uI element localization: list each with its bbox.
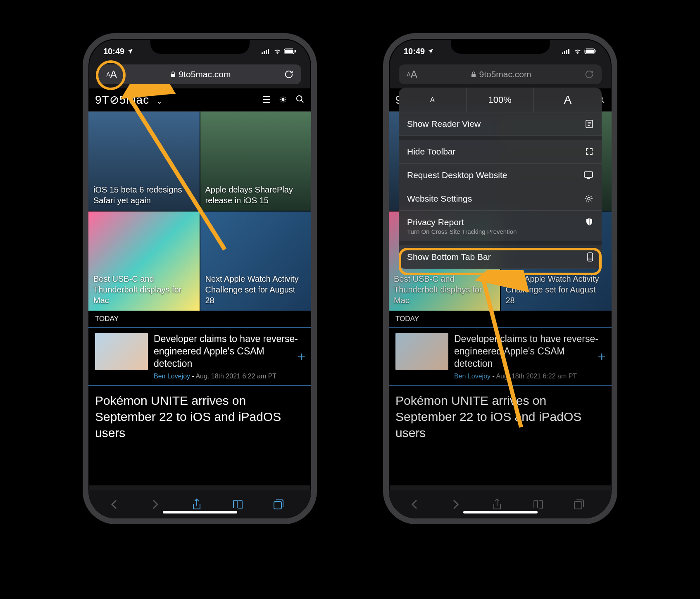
svg-rect-1 — [264, 51, 265, 54]
lock-icon — [471, 71, 476, 78]
bookmarks-button[interactable] — [533, 499, 549, 510]
menu-item-reader-view[interactable]: Show Reader View — [399, 112, 602, 136]
back-button[interactable] — [411, 499, 427, 510]
svg-rect-15 — [568, 49, 569, 54]
svg-rect-5 — [295, 50, 296, 52]
signal-bars-icon — [262, 48, 271, 54]
location-arrow-icon — [427, 48, 434, 55]
svg-point-27 — [588, 197, 590, 200]
svg-rect-12 — [562, 52, 563, 54]
home-indicator[interactable] — [463, 511, 538, 513]
status-time: 10:49 — [404, 47, 425, 56]
iphone-notch — [451, 39, 550, 54]
hamburger-icon[interactable]: ☰ — [262, 95, 271, 105]
lock-icon — [170, 71, 176, 78]
home-indicator[interactable] — [163, 511, 237, 513]
share-button[interactable] — [492, 498, 508, 511]
svg-rect-25 — [584, 172, 593, 177]
text-size-aa-button[interactable]: AA — [399, 69, 425, 80]
svg-rect-3 — [268, 49, 269, 54]
add-button[interactable]: + — [297, 348, 305, 364]
sun-icon[interactable]: ☀ — [279, 95, 287, 105]
svg-line-10 — [128, 95, 225, 250]
svg-rect-7 — [171, 74, 175, 77]
article-byline: Ben Lovejoy - Aug. 18th 2021 6:22 am PT — [154, 373, 305, 380]
annotation-highlight-rect — [399, 248, 602, 275]
back-button[interactable] — [110, 499, 127, 510]
shield-icon — [585, 217, 593, 226]
magnify-icon[interactable] — [295, 95, 305, 105]
safari-toolbar — [88, 490, 311, 518]
text-size-popover-menu: A 100% A Show Reader View Hide Toolbar R… — [399, 88, 602, 269]
safari-address-bar: AA 9to5mac.com — [399, 64, 602, 84]
article-card[interactable]: Developer claims to have reverse-enginee… — [88, 327, 311, 386]
monitor-icon — [583, 171, 593, 179]
phone-mockup-left: 10:49 AA 9to5mac.com — [83, 33, 317, 524]
menu-item-privacy-report[interactable]: Privacy Report Turn On Cross-Site Tracki… — [399, 211, 602, 241]
battery-full-icon — [584, 48, 597, 54]
menu-item-website-settings[interactable]: Website Settings — [399, 187, 602, 211]
section-label: TODAY — [88, 311, 311, 327]
svg-rect-18 — [586, 50, 594, 53]
battery-full-icon — [284, 48, 296, 54]
article-thumbnail — [395, 333, 448, 370]
article-thumbnail — [95, 333, 148, 370]
svg-rect-6 — [285, 50, 293, 53]
address-bar-url[interactable]: 9to5mac.com — [125, 69, 276, 79]
safari-toolbar — [389, 490, 612, 518]
svg-line-31 — [483, 278, 521, 427]
svg-rect-32 — [574, 502, 582, 509]
safari-address-bar: AA 9to5mac.com — [98, 64, 301, 84]
zoom-level-display[interactable]: 100% — [467, 88, 534, 112]
forward-button[interactable] — [151, 499, 167, 510]
headline[interactable]: Pokémon UNITE arrives on September 22 to… — [88, 386, 311, 447]
status-time: 10:49 — [103, 47, 124, 56]
tabs-button[interactable] — [273, 499, 289, 510]
zoom-out-button[interactable]: A — [399, 88, 467, 112]
phone-mockup-right: 10:49 AA 9to5mac.com — [383, 33, 617, 524]
reload-button[interactable] — [577, 70, 602, 79]
tabs-button[interactable] — [573, 499, 590, 510]
menu-item-hide-toolbar[interactable]: Hide Toolbar — [399, 140, 602, 164]
iphone-notch — [150, 39, 250, 54]
svg-rect-0 — [262, 52, 263, 54]
svg-rect-19 — [471, 74, 476, 77]
gear-icon — [584, 194, 593, 203]
wifi-icon — [273, 48, 281, 54]
address-bar-url[interactable]: 9to5mac.com — [425, 69, 577, 79]
svg-rect-13 — [564, 51, 565, 54]
svg-rect-2 — [266, 50, 267, 54]
zoom-controls: A 100% A — [399, 88, 602, 112]
reader-icon — [585, 119, 593, 128]
annotation-arrow — [463, 270, 546, 435]
location-arrow-icon — [127, 48, 133, 55]
bookmarks-button[interactable] — [232, 499, 249, 510]
share-button[interactable] — [191, 498, 208, 511]
expand-icon — [585, 147, 593, 156]
article-title: Developer claims to have reverse-enginee… — [154, 333, 305, 370]
svg-rect-17 — [595, 50, 596, 52]
zoom-in-button[interactable]: A — [534, 88, 602, 112]
wifi-icon — [574, 48, 582, 54]
reload-button[interactable] — [276, 70, 301, 79]
signal-bars-icon — [562, 48, 571, 54]
svg-rect-11 — [274, 502, 281, 509]
svg-point-8 — [297, 95, 302, 101]
menu-item-request-desktop[interactable]: Request Desktop Website — [399, 164, 602, 187]
annotation-arrow — [117, 84, 241, 258]
add-button[interactable]: + — [598, 348, 606, 364]
svg-rect-14 — [566, 50, 567, 54]
forward-button[interactable] — [451, 499, 468, 510]
